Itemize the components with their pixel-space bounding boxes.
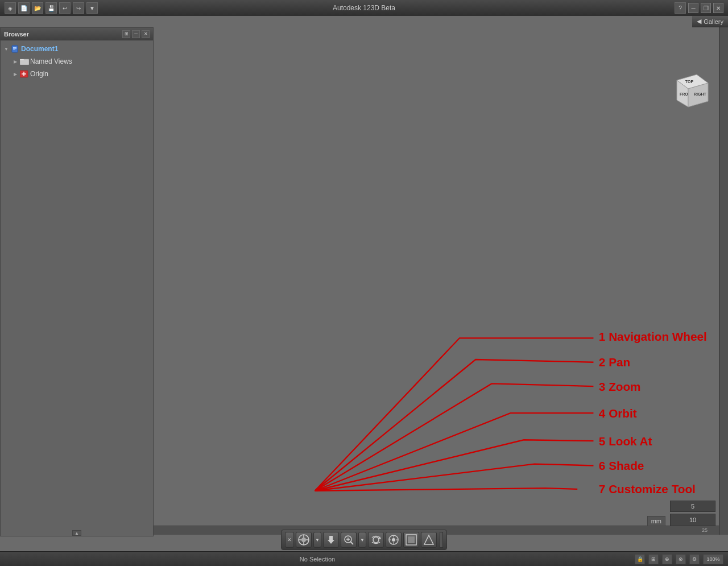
new-button[interactable]: 📄 xyxy=(18,2,30,14)
svg-rect-29 xyxy=(13,48,16,49)
tree-item-named-views[interactable]: ▶ Named Views xyxy=(1,55,153,68)
svg-rect-32 xyxy=(20,59,24,60)
origin-icon xyxy=(20,69,29,79)
svg-text:RIGHT: RIGHT xyxy=(694,92,707,96)
named-views-label: Named Views xyxy=(30,57,72,65)
pan-button[interactable] xyxy=(323,532,339,548)
zoom-button[interactable] xyxy=(341,532,357,548)
svg-text:TOP: TOP xyxy=(685,80,694,84)
save-button[interactable]: 💾 xyxy=(46,2,57,14)
customize-button[interactable] xyxy=(421,532,437,548)
svg-text:2  Pan: 2 Pan xyxy=(599,356,630,369)
ruler-value-display: 10 xyxy=(670,514,715,526)
svg-marker-69 xyxy=(424,535,433,544)
ruler-value2-display: 5 xyxy=(670,501,715,512)
browser-title: Browser xyxy=(4,31,29,38)
gallery-arrow-left[interactable]: ◀ xyxy=(697,18,701,25)
browser-content: ▼ Document1 ▶ Named Views xyxy=(1,40,153,82)
svg-rect-30 xyxy=(13,49,15,50)
svg-rect-68 xyxy=(408,536,415,543)
status-grid-icon[interactable]: ⊞ xyxy=(648,554,659,564)
bottom-toolbar: ✕ ▼ ▼ xyxy=(281,530,447,550)
browser-min-button[interactable]: ─ xyxy=(132,30,140,38)
svg-line-56 xyxy=(350,542,353,544)
dropdown-button[interactable]: ▼ xyxy=(86,2,98,14)
title-bar-left: ◈ 📄 📂 💾 ↩ ↪ ▼ xyxy=(5,2,98,14)
orbit-button[interactable] xyxy=(368,532,384,548)
svg-text:6  Shade: 6 Shade xyxy=(599,459,644,472)
svg-point-59 xyxy=(373,537,379,543)
browser-panel: Browser ⊞ ─ ✕ ▼ Document1 ▶ xyxy=(0,27,154,536)
title-bar: ◈ 📄 📂 💾 ↩ ↪ ▼ Autodesk 123D Beta ? ─ ❐ ✕ xyxy=(0,0,728,16)
status-right-icons: 🔒 ⊞ ⊕ ⊗ ⚙ 100% xyxy=(635,554,723,564)
browser-scroll-down[interactable]: ▲ xyxy=(72,530,81,536)
browser-tile-button[interactable]: ⊞ xyxy=(122,30,130,38)
app-title: Autodesk 123D Beta xyxy=(333,4,395,12)
title-bar-right: ? ─ ❐ ✕ xyxy=(675,2,723,14)
tree-item-document[interactable]: ▼ Document1 xyxy=(1,43,153,55)
folder-icon-named-views xyxy=(20,57,29,66)
close-button[interactable]: ✕ xyxy=(713,3,723,13)
status-text: No Selection xyxy=(5,556,630,563)
gallery-bar: ◀ Gallery xyxy=(692,16,728,27)
status-zoom-percent[interactable]: 100% xyxy=(703,554,723,564)
canvas-area[interactable]: TOP FRONT RIGHT 1 Navigation Wheel 2 Pan… xyxy=(154,27,728,535)
redo-button[interactable]: ↪ xyxy=(73,2,84,14)
gallery-label[interactable]: Gallery xyxy=(704,18,723,25)
svg-text:5  Look At: 5 Look At xyxy=(599,435,652,448)
browser-close-button[interactable]: ✕ xyxy=(142,30,150,38)
restore-button[interactable]: ❐ xyxy=(701,3,711,13)
app-icon[interactable]: ◈ xyxy=(5,2,16,14)
svg-text:3  Zoom: 3 Zoom xyxy=(599,380,641,393)
svg-text:4  Orbit: 4 Orbit xyxy=(599,407,637,420)
svg-text:7  Customize Tool: 7 Customize Tool xyxy=(599,482,696,495)
tree-arrow-document[interactable]: ▼ xyxy=(3,46,10,52)
lookat-button[interactable] xyxy=(386,532,402,548)
navwheel-button[interactable] xyxy=(296,532,312,548)
document-name: Document1 xyxy=(21,45,58,53)
undo-button[interactable]: ↩ xyxy=(59,2,71,14)
origin-label: Origin xyxy=(30,70,48,78)
tree-arrow-named-views[interactable]: ▶ xyxy=(12,58,19,65)
annotations-overlay: 1 Navigation Wheel 2 Pan 3 Zoom 4 Orbit … xyxy=(154,27,728,535)
status-lock-icon[interactable]: 🔒 xyxy=(635,554,645,564)
svg-point-50 xyxy=(301,538,306,542)
tree-arrow-origin[interactable]: ▶ xyxy=(12,71,19,77)
svg-point-62 xyxy=(392,538,395,542)
shade-button[interactable] xyxy=(403,532,419,548)
help-button[interactable]: ? xyxy=(675,2,686,14)
open-button[interactable]: 📂 xyxy=(32,2,43,14)
minimize-button[interactable]: ─ xyxy=(688,3,698,13)
status-snap-icon[interactable]: ⊕ xyxy=(662,554,672,564)
browser-header-icons: ⊞ ─ ✕ xyxy=(122,30,150,38)
status-bar: No Selection 🔒 ⊞ ⊕ ⊗ ⚙ 100% xyxy=(0,551,728,566)
status-net-icon[interactable]: ⊗ xyxy=(676,554,686,564)
navwheel-arrow[interactable]: ▼ xyxy=(313,532,321,548)
toolbar-end-marker xyxy=(440,532,443,548)
ruler-unit-display: mm xyxy=(647,516,665,526)
ruler-right xyxy=(719,27,728,535)
viewcube[interactable]: TOP FRONT RIGHT xyxy=(665,72,717,123)
svg-rect-28 xyxy=(13,47,16,48)
browser-header: Browser ⊞ ─ ✕ xyxy=(1,28,153,40)
zoom-arrow[interactable]: ▼ xyxy=(358,532,366,548)
ruler-label-25: 25 xyxy=(702,527,708,533)
document-icon xyxy=(11,44,20,53)
svg-text:1  Navigation Wheel: 1 Navigation Wheel xyxy=(599,330,707,343)
status-settings-icon[interactable]: ⚙ xyxy=(689,554,700,564)
close-toolbar-button[interactable]: ✕ xyxy=(285,532,294,548)
tree-item-origin[interactable]: ▶ Origin xyxy=(1,68,153,80)
